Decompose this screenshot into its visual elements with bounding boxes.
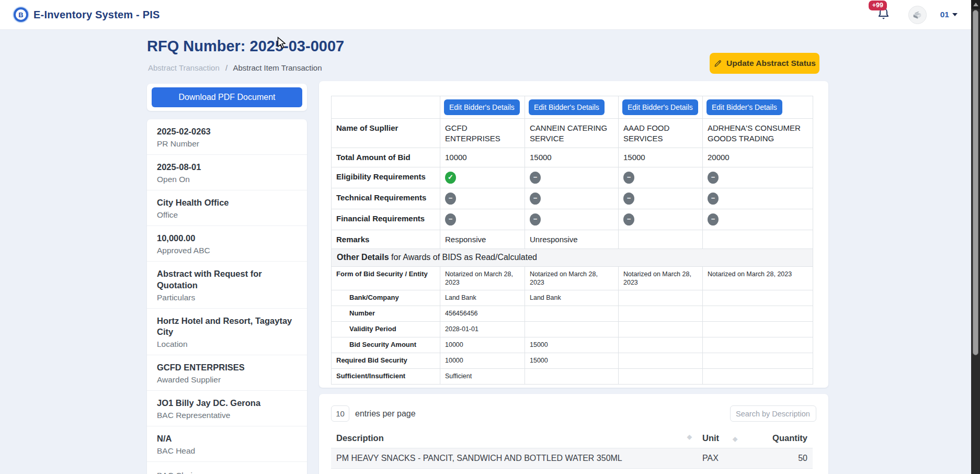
- list-item-particulars: Abstract with Request for Quotation Part…: [147, 262, 307, 308]
- required-bid-security-row: Required Bid Security 10000 15000: [332, 353, 813, 368]
- minus-icon[interactable]: −: [708, 172, 719, 184]
- edit-buttons-row: Edit Bidder's Details Edit Bidder's Deta…: [332, 96, 813, 119]
- user-avatar[interactable]: [908, 6, 927, 24]
- detail-value: 456456456: [440, 306, 525, 322]
- row-label: Remarks: [332, 230, 440, 249]
- item-value: 2025-02-0263: [157, 126, 297, 137]
- rfq-items-card: entries per page Description◆ Unit◆ Quan…: [319, 394, 828, 474]
- update-abstract-status-button[interactable]: Update Abstract Status: [710, 53, 819, 74]
- download-pdf-button[interactable]: Download PDF Document: [152, 87, 302, 107]
- sort-icon[interactable]: ◆: [687, 433, 692, 441]
- financial-requirements-row: Financial Requirements − − − −: [332, 209, 813, 230]
- column-header-description[interactable]: Description◆: [331, 430, 697, 448]
- column-header-quantity[interactable]: Quantity: [761, 430, 813, 448]
- detail-value: 15000: [525, 353, 619, 368]
- supplier-name: AAAD FOOD SERVICES: [619, 119, 703, 148]
- entries-per-page-input[interactable]: [331, 405, 349, 422]
- edit-bidder-details-button-3[interactable]: Edit Bidder's Details: [622, 99, 698, 115]
- detail-value: [703, 290, 813, 306]
- detail-value: [619, 337, 703, 353]
- detail-value: [619, 306, 703, 322]
- chevron-down-icon: [952, 13, 958, 19]
- search-input[interactable]: [730, 405, 816, 422]
- bid-amount: 15000: [525, 148, 619, 167]
- app-brand[interactable]: B E-Inventory System - PIS: [14, 7, 160, 22]
- bidders-comparison-card: Edit Bidder's Details Edit Bidder's Deta…: [319, 81, 828, 388]
- update-abstract-status-label: Update Abstract Status: [726, 59, 816, 68]
- detail-value: Land Bank: [440, 290, 525, 306]
- item-value: N/A: [157, 433, 297, 444]
- vertical-scrollbar[interactable]: [971, 0, 980, 474]
- minus-icon[interactable]: −: [623, 172, 634, 184]
- bidders-table: Edit Bidder's Details Edit Bidder's Deta…: [331, 96, 813, 385]
- detail-value: [703, 322, 813, 337]
- bid-amount: 15000: [619, 148, 703, 167]
- logo-letter: B: [16, 9, 26, 20]
- detail-value: [525, 306, 619, 322]
- minus-icon[interactable]: −: [530, 172, 541, 184]
- breadcrumb-parent-link[interactable]: Abstract Transaction: [148, 63, 220, 72]
- item-label: Approved ABC: [157, 246, 297, 255]
- list-item-bac-head: N/A BAC Head: [147, 426, 307, 462]
- supplier-name-row: Name of Supllier GCFD ENTERPRISES CANNEI…: [332, 119, 813, 148]
- detail-value: [619, 290, 703, 306]
- validity-period-row: Validity Period 2028-01-01: [332, 322, 813, 337]
- item-label: Location: [157, 340, 297, 349]
- item-label: Office: [157, 210, 297, 220]
- minus-icon[interactable]: −: [530, 213, 541, 225]
- sufficient-insufficient-row: Sufficient/Insufficient Sufficient: [332, 368, 813, 384]
- detail-value: 10000: [440, 353, 525, 368]
- detail-value: [525, 368, 619, 384]
- detail-value: [525, 322, 619, 337]
- row-label: Bid Security Amount: [332, 337, 440, 353]
- list-item-office: City Health Office Office: [147, 190, 307, 226]
- detail-value: [619, 322, 703, 337]
- app-title: E-Inventory System - PIS: [33, 9, 160, 21]
- item-label: BAC Chairman: [157, 471, 297, 474]
- remark: [619, 230, 703, 249]
- item-label: BAC Representative: [157, 411, 297, 420]
- download-card: Download PDF Document: [147, 84, 307, 111]
- items-table-controls: entries per page: [331, 405, 816, 422]
- list-item-awarded-supplier: GCFD ENTERPRISES Awarded Supplier: [147, 355, 307, 391]
- detail-value: [703, 353, 813, 368]
- detail-value: 15000: [525, 337, 619, 353]
- minus-icon[interactable]: −: [708, 213, 719, 225]
- edit-bidder-details-button-4[interactable]: Edit Bidder's Details: [706, 99, 782, 115]
- item-quantity: 50: [761, 448, 813, 469]
- row-label: Validity Period: [332, 322, 440, 337]
- user-menu[interactable]: 01: [940, 10, 958, 19]
- minus-icon[interactable]: −: [445, 193, 456, 205]
- security-number-row: Number 456456456: [332, 306, 813, 322]
- check-icon[interactable]: ✓: [445, 172, 456, 184]
- minus-icon[interactable]: −: [530, 193, 541, 205]
- item-value: 10,000.00: [157, 233, 297, 244]
- scroll-up-arrow[interactable]: [971, 0, 980, 9]
- list-item-approved-abc: 10,000.00 Approved ABC: [147, 226, 307, 262]
- other-details-header: Other Details for Awards of BIDS as Read…: [332, 249, 813, 267]
- column-header-unit[interactable]: Unit◆: [697, 430, 761, 448]
- row-label: Financial Requirements: [332, 209, 440, 230]
- item-description: PACKED LUNCH - 2 VIANDS, 1 RICE, WITH DE…: [331, 469, 697, 474]
- notifications-button[interactable]: +99: [876, 7, 891, 23]
- row-label: Name of Supllier: [332, 119, 440, 148]
- minus-icon[interactable]: −: [623, 213, 634, 225]
- item-value: JO1 Billy Jay DC. Gerona: [157, 398, 297, 409]
- navbar-right: +99 01: [876, 6, 958, 24]
- detail-value: [703, 337, 813, 353]
- breadcrumb-current: Abstract Item Transaction: [233, 63, 322, 72]
- minus-icon[interactable]: −: [445, 213, 456, 225]
- edit-bidder-details-button-2[interactable]: Edit Bidder's Details: [529, 99, 605, 115]
- item-description: PM HEAVY SNACKS - PANCIT, SANDWICH AND B…: [331, 448, 697, 469]
- minus-icon[interactable]: −: [623, 193, 634, 205]
- edit-bidder-details-button-1[interactable]: Edit Bidder's Details: [444, 99, 520, 115]
- scrollbar-thumb[interactable]: [973, 10, 978, 355]
- item-value: Abstract with Request for Quotation: [157, 268, 297, 290]
- avatar-image-icon: [911, 9, 923, 20]
- row-label: Number: [332, 306, 440, 322]
- minus-icon[interactable]: −: [708, 193, 719, 205]
- detail-value: 2028-01-01: [440, 322, 525, 337]
- item-quantity: 50: [761, 469, 813, 474]
- detail-value: [619, 353, 703, 368]
- sort-icon[interactable]: ◆: [733, 435, 737, 443]
